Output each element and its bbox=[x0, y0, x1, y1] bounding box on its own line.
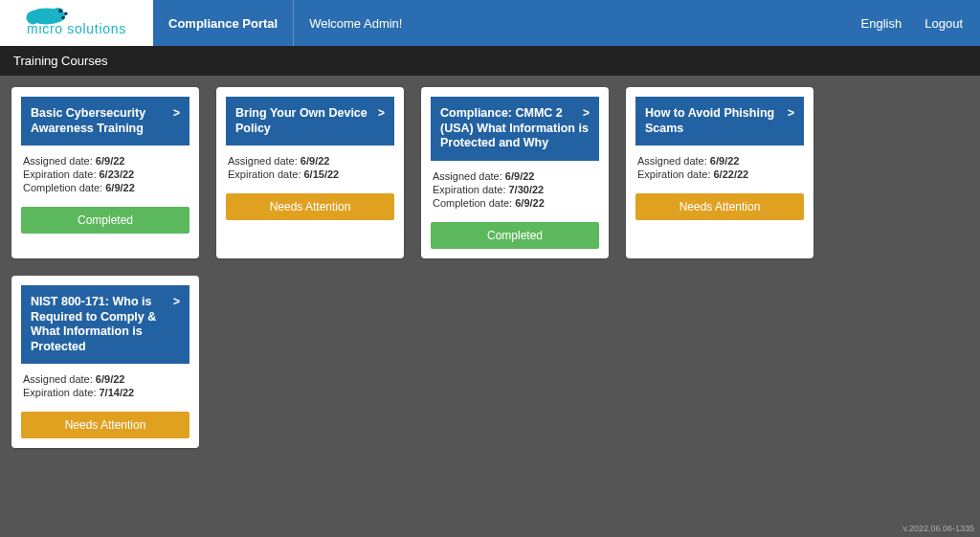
course-meta-value: 7/30/22 bbox=[509, 184, 545, 195]
course-card: Compliance: CMMC 2 (USA) What Informatio… bbox=[421, 87, 609, 258]
course-meta-value: 6/9/22 bbox=[710, 155, 740, 167]
course-meta-row: Completion date: 6/9/22 bbox=[433, 197, 597, 209]
svg-point-5 bbox=[61, 16, 65, 20]
course-meta-value: 6/15/22 bbox=[304, 168, 340, 180]
course-meta-label: Expiration date: bbox=[228, 168, 304, 180]
course-meta-row: Assigned date: 6/9/22 bbox=[23, 373, 188, 385]
course-meta-row: Assigned date: 6/9/22 bbox=[23, 155, 188, 167]
course-meta-value: 6/9/22 bbox=[301, 155, 330, 167]
footer-version: v.2022.06.06-1335 bbox=[903, 524, 974, 533]
course-card: Basic Cybersecurity Awareness Training>A… bbox=[11, 87, 199, 258]
course-meta-label: Assigned date: bbox=[23, 373, 96, 385]
svg-point-4 bbox=[64, 11, 68, 15]
course-card: How to Avoid Phishing Scams>Assigned dat… bbox=[626, 87, 813, 258]
course-card: Bring Your Own Device Policy>Assigned da… bbox=[216, 87, 404, 258]
course-meta-value: 6/9/22 bbox=[105, 182, 135, 193]
course-meta-row: Assigned date: 6/9/22 bbox=[228, 155, 392, 167]
course-meta-value: 6/22/22 bbox=[714, 168, 749, 180]
course-title: Bring Your Own Device Policy bbox=[235, 106, 368, 135]
welcome-message: Welcome Admin! bbox=[294, 0, 417, 46]
language-select[interactable]: English bbox=[861, 16, 902, 31]
status-needs-attention-button[interactable]: Needs Attention bbox=[226, 193, 394, 220]
brand-logo-svg: micro solutions bbox=[10, 4, 144, 42]
course-meta-row: Completion date: 6/9/22 bbox=[23, 182, 188, 193]
course-meta-value: 6/9/22 bbox=[515, 197, 545, 209]
chevron-right-icon: > bbox=[788, 106, 794, 121]
chevron-right-icon: > bbox=[583, 106, 590, 121]
course-meta-value: 6/9/22 bbox=[96, 155, 125, 167]
welcome-label: Welcome Admin! bbox=[309, 16, 402, 31]
portal-title-label: Compliance Portal bbox=[168, 16, 278, 31]
header-spacer bbox=[417, 0, 843, 46]
course-meta-value: 6/9/22 bbox=[96, 373, 125, 385]
course-card-body: Assigned date: 6/9/22Expiration date: 6/… bbox=[635, 145, 804, 188]
course-meta-value: 6/9/22 bbox=[505, 170, 535, 182]
section-title-bar: Training Courses bbox=[0, 46, 980, 76]
course-meta-row: Assigned date: 6/9/22 bbox=[433, 170, 597, 182]
status-needs-attention-button[interactable]: Needs Attention bbox=[21, 412, 189, 438]
course-meta-label: Assigned date: bbox=[433, 170, 505, 182]
brand-logo[interactable]: micro solutions bbox=[0, 0, 153, 46]
course-card-body: Assigned date: 6/9/22Expiration date: 6/… bbox=[21, 145, 189, 201]
course-meta-value: 7/14/22 bbox=[100, 387, 135, 398]
course-card-header[interactable]: Compliance: CMMC 2 (USA) What Informatio… bbox=[431, 97, 599, 161]
section-title: Training Courses bbox=[13, 54, 108, 68]
course-meta-row: Expiration date: 7/30/22 bbox=[433, 184, 597, 195]
svg-text:micro  solutions: micro solutions bbox=[27, 21, 126, 36]
course-card-body: Assigned date: 6/9/22Expiration date: 7/… bbox=[431, 161, 599, 216]
course-meta-row: Assigned date: 6/9/22 bbox=[637, 155, 802, 167]
header-right: English Logout bbox=[844, 0, 980, 46]
course-meta-label: Expiration date: bbox=[23, 387, 100, 398]
status-completed-button[interactable]: Completed bbox=[21, 207, 189, 234]
course-meta-value: 6/23/22 bbox=[100, 168, 135, 180]
chevron-right-icon: > bbox=[173, 106, 180, 121]
course-meta-row: Expiration date: 7/14/22 bbox=[23, 387, 188, 398]
app-header: micro solutions Compliance Portal Welcom… bbox=[0, 0, 980, 46]
course-meta-row: Expiration date: 6/22/22 bbox=[637, 168, 802, 180]
course-card-body: Assigned date: 6/9/22Expiration date: 6/… bbox=[226, 145, 394, 188]
status-completed-button[interactable]: Completed bbox=[431, 222, 599, 249]
course-meta-label: Expiration date: bbox=[23, 168, 100, 180]
courses-grid: Basic Cybersecurity Awareness Training>A… bbox=[0, 76, 980, 459]
course-meta-label: Expiration date: bbox=[433, 184, 509, 195]
course-meta-row: Expiration date: 6/15/22 bbox=[228, 168, 392, 180]
course-meta-label: Assigned date: bbox=[228, 155, 301, 167]
chevron-right-icon: > bbox=[173, 295, 180, 309]
chevron-right-icon: > bbox=[378, 106, 385, 121]
course-meta-label: Assigned date: bbox=[23, 155, 96, 167]
course-title: NIST 800-171: Who is Required to Comply … bbox=[31, 295, 156, 353]
course-meta-label: Expiration date: bbox=[637, 168, 714, 180]
status-needs-attention-button[interactable]: Needs Attention bbox=[635, 193, 804, 220]
course-card-header[interactable]: NIST 800-171: Who is Required to Comply … bbox=[21, 285, 189, 365]
course-title: How to Avoid Phishing Scams bbox=[645, 106, 774, 135]
course-title: Compliance: CMMC 2 (USA) What Informatio… bbox=[440, 106, 589, 149]
course-card-header[interactable]: Bring Your Own Device Policy> bbox=[226, 97, 394, 145]
course-card-header[interactable]: How to Avoid Phishing Scams> bbox=[635, 97, 804, 145]
course-card-body: Assigned date: 6/9/22Expiration date: 7/… bbox=[21, 364, 189, 406]
course-meta-row: Expiration date: 6/23/22 bbox=[23, 168, 188, 180]
course-meta-label: Completion date: bbox=[433, 197, 515, 209]
course-title: Basic Cybersecurity Awareness Training bbox=[31, 106, 145, 135]
portal-title[interactable]: Compliance Portal bbox=[153, 0, 294, 46]
course-card: NIST 800-171: Who is Required to Comply … bbox=[11, 276, 199, 449]
course-card-header[interactable]: Basic Cybersecurity Awareness Training> bbox=[21, 97, 189, 145]
course-meta-label: Completion date: bbox=[23, 182, 105, 193]
logout-link[interactable]: Logout bbox=[924, 16, 963, 31]
svg-point-3 bbox=[58, 9, 62, 12]
course-meta-label: Assigned date: bbox=[637, 155, 710, 167]
